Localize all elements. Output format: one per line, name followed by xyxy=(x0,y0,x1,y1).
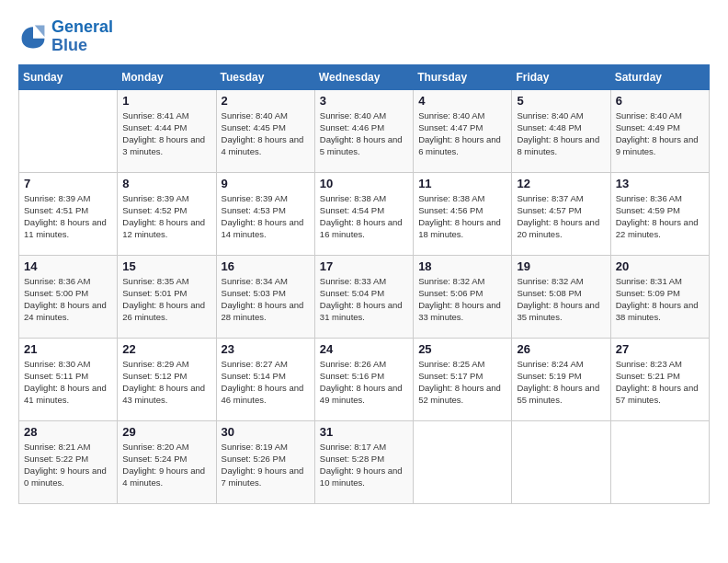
day-number: 29 xyxy=(122,425,210,439)
calendar-cell: 25Sunrise: 8:25 AMSunset: 5:17 PMDayligh… xyxy=(414,338,512,420)
calendar-week-row: 21Sunrise: 8:30 AMSunset: 5:11 PMDayligh… xyxy=(19,338,710,420)
day-number: 30 xyxy=(222,425,310,439)
day-number: 2 xyxy=(222,94,310,108)
day-header-monday: Monday xyxy=(118,64,216,89)
calendar-cell: 27Sunrise: 8:23 AMSunset: 5:21 PMDayligh… xyxy=(610,338,709,420)
calendar-cell: 20Sunrise: 8:31 AMSunset: 5:09 PMDayligh… xyxy=(610,255,709,338)
day-number: 16 xyxy=(222,259,310,273)
day-number: 26 xyxy=(517,342,605,356)
day-number: 27 xyxy=(616,342,704,356)
day-number: 5 xyxy=(517,94,605,108)
day-number: 4 xyxy=(418,94,506,108)
day-info: Sunrise: 8:20 AMSunset: 5:24 PMDaylight:… xyxy=(122,441,210,489)
calendar-cell: 3Sunrise: 8:40 AMSunset: 4:46 PMDaylight… xyxy=(314,89,413,172)
calendar-cell: 2Sunrise: 8:40 AMSunset: 4:45 PMDaylight… xyxy=(216,89,314,172)
calendar-cell: 18Sunrise: 8:32 AMSunset: 5:06 PMDayligh… xyxy=(414,255,512,338)
calendar-cell: 6Sunrise: 8:40 AMSunset: 4:49 PMDaylight… xyxy=(610,89,709,172)
calendar-cell: 17Sunrise: 8:33 AMSunset: 5:04 PMDayligh… xyxy=(314,255,413,338)
day-number: 28 xyxy=(24,425,112,439)
day-info: Sunrise: 8:40 AMSunset: 4:48 PMDaylight:… xyxy=(517,109,605,158)
day-info: Sunrise: 8:31 AMSunset: 5:09 PMDaylight:… xyxy=(616,275,704,324)
calendar-cell xyxy=(19,89,118,172)
day-header-saturday: Saturday xyxy=(610,64,709,89)
day-info: Sunrise: 8:41 AMSunset: 4:44 PMDaylight:… xyxy=(122,109,210,158)
day-info: Sunrise: 8:40 AMSunset: 4:45 PMDaylight:… xyxy=(222,109,310,158)
day-number: 11 xyxy=(418,177,506,190)
day-number: 31 xyxy=(320,425,408,439)
day-number: 25 xyxy=(418,342,506,356)
calendar-cell xyxy=(414,420,512,503)
day-info: Sunrise: 8:33 AMSunset: 5:04 PMDaylight:… xyxy=(320,275,408,324)
calendar-cell: 7Sunrise: 8:39 AMSunset: 4:51 PMDaylight… xyxy=(19,172,118,255)
day-number: 23 xyxy=(222,342,310,356)
day-number: 3 xyxy=(320,94,408,108)
calendar-cell: 16Sunrise: 8:34 AMSunset: 5:03 PMDayligh… xyxy=(216,255,314,338)
day-number: 17 xyxy=(320,259,408,273)
day-info: Sunrise: 8:35 AMSunset: 5:01 PMDaylight:… xyxy=(122,275,210,324)
calendar-cell: 1Sunrise: 8:41 AMSunset: 4:44 PMDaylight… xyxy=(118,89,216,172)
day-info: Sunrise: 8:34 AMSunset: 5:03 PMDaylight:… xyxy=(222,275,310,324)
day-number: 18 xyxy=(418,259,506,273)
calendar-week-row: 7Sunrise: 8:39 AMSunset: 4:51 PMDaylight… xyxy=(19,172,710,255)
calendar-cell: 10Sunrise: 8:38 AMSunset: 4:54 PMDayligh… xyxy=(314,172,413,255)
calendar-cell: 12Sunrise: 8:37 AMSunset: 4:57 PMDayligh… xyxy=(512,172,610,255)
calendar-cell: 5Sunrise: 8:40 AMSunset: 4:48 PMDaylight… xyxy=(512,89,610,172)
day-number: 20 xyxy=(616,259,704,273)
day-number: 7 xyxy=(24,177,112,190)
calendar-cell: 22Sunrise: 8:29 AMSunset: 5:12 PMDayligh… xyxy=(118,338,216,420)
day-info: Sunrise: 8:24 AMSunset: 5:19 PMDaylight:… xyxy=(517,358,605,407)
day-header-wednesday: Wednesday xyxy=(314,64,413,89)
day-number: 13 xyxy=(616,177,704,190)
calendar-week-row: 1Sunrise: 8:41 AMSunset: 4:44 PMDaylight… xyxy=(19,89,710,172)
day-number: 24 xyxy=(320,342,408,356)
day-number: 21 xyxy=(24,342,112,356)
day-info: Sunrise: 8:26 AMSunset: 5:16 PMDaylight:… xyxy=(320,358,408,407)
day-info: Sunrise: 8:39 AMSunset: 4:53 PMDaylight:… xyxy=(222,192,310,241)
calendar-cell: 13Sunrise: 8:36 AMSunset: 4:59 PMDayligh… xyxy=(610,172,709,255)
calendar-cell: 24Sunrise: 8:26 AMSunset: 5:16 PMDayligh… xyxy=(314,338,413,420)
calendar-cell: 9Sunrise: 8:39 AMSunset: 4:53 PMDaylight… xyxy=(216,172,314,255)
day-number: 1 xyxy=(122,94,210,108)
calendar-header-row: SundayMondayTuesdayWednesdayThursdayFrid… xyxy=(19,64,710,89)
day-info: Sunrise: 8:38 AMSunset: 4:54 PMDaylight:… xyxy=(320,192,408,241)
day-number: 22 xyxy=(122,342,210,356)
calendar-cell: 11Sunrise: 8:38 AMSunset: 4:56 PMDayligh… xyxy=(414,172,512,255)
logo-icon xyxy=(18,22,48,52)
day-number: 19 xyxy=(517,259,605,273)
page-header: General Blue xyxy=(18,18,710,55)
calendar-cell: 30Sunrise: 8:19 AMSunset: 5:26 PMDayligh… xyxy=(216,420,314,503)
day-number: 8 xyxy=(122,177,210,190)
day-info: Sunrise: 8:32 AMSunset: 5:08 PMDaylight:… xyxy=(517,275,605,324)
day-info: Sunrise: 8:30 AMSunset: 5:11 PMDaylight:… xyxy=(24,358,112,407)
day-info: Sunrise: 8:32 AMSunset: 5:06 PMDaylight:… xyxy=(418,275,506,324)
day-info: Sunrise: 8:23 AMSunset: 5:21 PMDaylight:… xyxy=(616,358,704,407)
day-info: Sunrise: 8:39 AMSunset: 4:52 PMDaylight:… xyxy=(122,192,210,241)
day-info: Sunrise: 8:39 AMSunset: 4:51 PMDaylight:… xyxy=(24,192,112,241)
calendar-cell: 19Sunrise: 8:32 AMSunset: 5:08 PMDayligh… xyxy=(512,255,610,338)
logo: General Blue xyxy=(18,18,113,55)
day-info: Sunrise: 8:37 AMSunset: 4:57 PMDaylight:… xyxy=(517,192,605,241)
day-info: Sunrise: 8:40 AMSunset: 4:46 PMDaylight:… xyxy=(320,109,408,158)
day-info: Sunrise: 8:19 AMSunset: 5:26 PMDaylight:… xyxy=(222,441,310,489)
calendar-cell: 31Sunrise: 8:17 AMSunset: 5:28 PMDayligh… xyxy=(314,420,413,503)
calendar-cell: 26Sunrise: 8:24 AMSunset: 5:19 PMDayligh… xyxy=(512,338,610,420)
day-info: Sunrise: 8:40 AMSunset: 4:47 PMDaylight:… xyxy=(418,109,506,158)
calendar-cell xyxy=(610,420,709,503)
day-header-thursday: Thursday xyxy=(414,64,512,89)
day-number: 14 xyxy=(24,259,112,273)
day-number: 12 xyxy=(517,177,605,190)
day-number: 10 xyxy=(320,177,408,190)
calendar-cell: 14Sunrise: 8:36 AMSunset: 5:00 PMDayligh… xyxy=(19,255,118,338)
day-number: 15 xyxy=(122,259,210,273)
day-header-sunday: Sunday xyxy=(19,64,118,89)
day-number: 9 xyxy=(222,177,310,190)
calendar-cell: 23Sunrise: 8:27 AMSunset: 5:14 PMDayligh… xyxy=(216,338,314,420)
day-info: Sunrise: 8:29 AMSunset: 5:12 PMDaylight:… xyxy=(122,358,210,407)
day-info: Sunrise: 8:36 AMSunset: 4:59 PMDaylight:… xyxy=(616,192,704,241)
calendar-week-row: 14Sunrise: 8:36 AMSunset: 5:00 PMDayligh… xyxy=(19,255,710,338)
logo-text: General Blue xyxy=(51,18,113,55)
day-header-tuesday: Tuesday xyxy=(216,64,314,89)
day-header-friday: Friday xyxy=(512,64,610,89)
calendar-table: SundayMondayTuesdayWednesdayThursdayFrid… xyxy=(18,64,710,504)
calendar-cell: 28Sunrise: 8:21 AMSunset: 5:22 PMDayligh… xyxy=(19,420,118,503)
